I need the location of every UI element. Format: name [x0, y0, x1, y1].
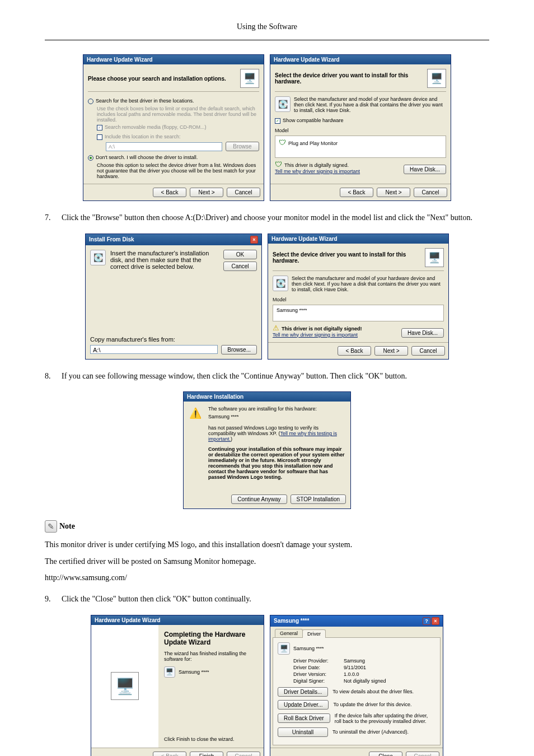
button-desc: To view details about the driver files. [332, 689, 435, 694]
close-icon[interactable]: × [250, 236, 258, 244]
disk-icon: 💽 [275, 96, 291, 112]
signing-link[interactable]: Tell me why driver signing is important [275, 169, 360, 174]
checkbox-removable[interactable]: ✓ [97, 125, 102, 130]
titlebar: Hardware Update Wizard [91, 615, 264, 625]
tab-driver[interactable]: Driver [302, 629, 326, 638]
browse-button[interactable]: Browse [226, 142, 259, 151]
checkbox-show-compatible[interactable]: ✓ [275, 118, 280, 124]
device-icon: 🖥️ [425, 248, 444, 267]
step-7: 7. Click the "Browse" button then choose… [45, 212, 489, 223]
completing-device: Samsung **** [179, 669, 209, 675]
note-para-1: This monitor driver is under certifying … [45, 539, 489, 550]
ok-button[interactable]: OK [223, 250, 257, 259]
model-item[interactable]: 🛡Plug and Play Monitor [279, 141, 338, 146]
device-icon: 🖥️ [427, 69, 446, 88]
completing-heading: Completing the Hardware Update Wizard [164, 631, 258, 646]
tab-general[interactable]: General [275, 629, 303, 637]
stop-installation-button[interactable]: STOP Installation [291, 494, 346, 504]
dialog-title: Hardware Update Wizard [274, 57, 340, 63]
dialog-message: Insert the manufacturer's installation d… [110, 250, 219, 271]
hwinst-logo-text: has not passed Windows Logo testing to v… [208, 425, 346, 442]
checkbox-label: Show compatible hardware [283, 118, 344, 123]
next-button[interactable]: Next > [190, 188, 223, 197]
dialog-completing-wizard: Hardware Update Wizard 🖥️ Completing the… [91, 615, 264, 756]
browse-button[interactable]: Browse... [221, 345, 257, 354]
cancel-button[interactable]: Cancel [411, 346, 445, 356]
have-disk-button[interactable]: Have Disk... [404, 165, 446, 174]
step-text: Click the "Close" button then click "OK"… [62, 594, 489, 605]
copy-from-label: Copy manufacturer's files from: [90, 336, 257, 343]
dialog-title: Hardware Update Wizard [271, 236, 338, 242]
next-button[interactable]: Next > [374, 346, 408, 356]
device-icon: 🖥️ [240, 69, 259, 88]
prop-key: Digital Signer: [293, 678, 344, 684]
step-number: 7. [45, 212, 62, 223]
dialog-select-driver-1: Hardware Update Wizard Select the device… [270, 54, 451, 201]
step-text: If you can see following message window,… [62, 371, 489, 382]
prop-value: 1.0.0.0 [344, 671, 359, 677]
checkbox-location[interactable] [97, 134, 102, 140]
titlebar: Hardware Update Wizard [270, 55, 451, 64]
monitor-icon: 🖥️ [164, 666, 175, 678]
cancel-button: Cancel [406, 752, 439, 756]
prop-value: Not digitally signed [344, 678, 386, 684]
wizard-side-graphic: 🖥️ [91, 625, 158, 748]
note-icon: ✎ [45, 520, 57, 533]
wizard-heading: Please choose your search and installati… [88, 76, 236, 82]
cancel-button[interactable]: Cancel [414, 188, 447, 197]
step-number: 9. [45, 594, 62, 605]
back-button[interactable]: < Back [153, 188, 186, 197]
wizard-heading: Select the device driver you want to ins… [275, 72, 423, 85]
back-button[interactable]: < Back [340, 188, 373, 197]
close-button[interactable]: Close [369, 752, 402, 756]
dialog-title: Samsung **** [274, 618, 309, 624]
radio-label: Don't search. I will choose the driver t… [96, 155, 198, 160]
uninstall-button[interactable]: Uninstall [278, 727, 328, 737]
close-icon[interactable]: × [432, 617, 439, 625]
finish-button[interactable]: Finish [190, 752, 223, 756]
copy-from-path[interactable]: A:\ [90, 345, 218, 354]
update-driver-button[interactable]: Update Driver... [278, 700, 329, 710]
next-button[interactable]: Next > [377, 188, 410, 197]
have-disk-button[interactable]: Have Disk... [401, 328, 444, 338]
step-text: Click the "Browse" button then choose A:… [62, 212, 489, 223]
roll-back-driver-button[interactable]: Roll Back Driver [278, 713, 330, 723]
dialog-hardware-installation: Hardware Installation ⚠️ The software yo… [183, 391, 351, 509]
back-button: < Back [153, 752, 186, 756]
checkbox-label: Include this location in the search: [105, 134, 181, 139]
wizard-heading: Select the device driver you want to ins… [273, 251, 420, 264]
dialog-title: Hardware Installation [187, 394, 243, 400]
cancel-button[interactable]: Cancel [223, 262, 257, 271]
dialog-title: Hardware Update Wizard [87, 57, 153, 63]
signing-link[interactable]: Tell me why driver signing is important [273, 332, 358, 338]
prop-key: Driver Date: [293, 665, 344, 670]
titlebar: Hardware Update Wizard [268, 234, 448, 244]
driver-details-button[interactable]: Driver Details... [278, 687, 328, 697]
page-header: Using the Software [45, 22, 489, 31]
model-item[interactable]: Samsung **** [277, 307, 307, 313]
warning-icon: ⚠ [273, 324, 279, 332]
continue-anyway-button[interactable]: Continue Anyway [231, 494, 287, 504]
dialog-subtext: Select the manufacturer and model of you… [292, 276, 444, 292]
hwinst-warning-bold: Continuing your installation of this sof… [208, 446, 346, 480]
back-button[interactable]: < Back [338, 346, 371, 356]
button-desc: If the device fails after updating the d… [335, 713, 435, 724]
radio-search-best[interactable] [88, 99, 93, 104]
warning-icon: ⚠️ [188, 406, 203, 421]
checkbox-label: Search removable media (floppy, CD-ROM..… [105, 124, 206, 130]
cancel-button[interactable]: Cancel [227, 188, 260, 197]
unsigned-text: This driver is not digitally signed! [282, 326, 362, 332]
prop-key: Driver Provider: [293, 658, 344, 664]
prop-key: Driver Version: [293, 671, 344, 677]
path-field[interactable]: A:\ [106, 142, 222, 151]
hwinst-device: Samsung **** [208, 414, 346, 419]
disk-icon: 💽 [273, 276, 288, 291]
help-icon[interactable]: ? [423, 617, 430, 625]
titlebar: Samsung **** ? × [270, 615, 443, 627]
button-desc: To update the driver for this device. [333, 702, 435, 707]
dialog-title: Install From Disk [89, 236, 134, 242]
completing-sub2: Click Finish to close the wizard. [164, 736, 258, 742]
step-number: 8. [45, 371, 62, 382]
radio-dont-search[interactable] [88, 155, 93, 161]
completing-sub1: The wizard has finished installing the s… [164, 651, 258, 662]
